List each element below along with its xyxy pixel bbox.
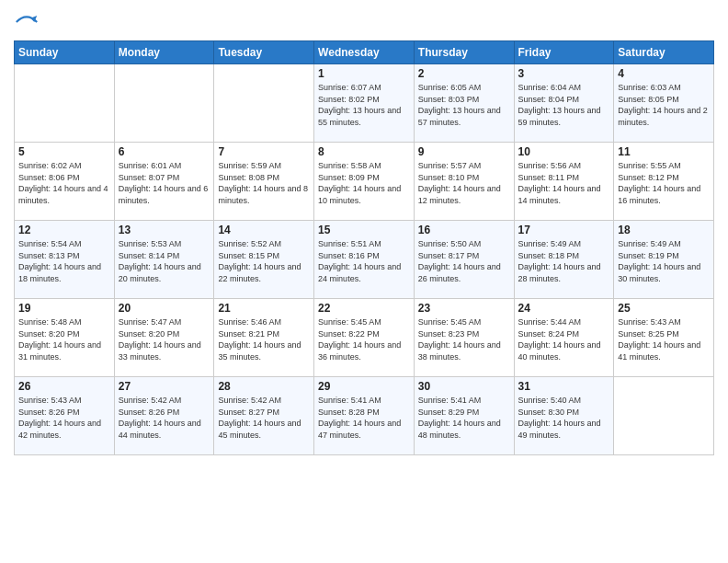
day-number: 2 <box>418 67 510 80</box>
calendar-cell: 8Sunrise: 5:58 AMSunset: 8:09 PMDaylight… <box>314 143 415 221</box>
day-info: Sunrise: 6:03 AMSunset: 8:05 PMDaylight:… <box>618 82 710 128</box>
calendar-cell: 9Sunrise: 5:57 AMSunset: 8:10 PMDaylight… <box>414 143 514 221</box>
day-number: 25 <box>618 302 710 315</box>
calendar-week-4: 19Sunrise: 5:48 AMSunset: 8:20 PMDayligh… <box>15 299 714 377</box>
day-number: 8 <box>318 145 410 158</box>
day-number: 15 <box>318 224 410 236</box>
day-info: Sunrise: 5:49 AMSunset: 8:19 PMDaylight:… <box>618 238 710 284</box>
day-info: Sunrise: 5:44 AMSunset: 8:24 PMDaylight:… <box>518 316 610 362</box>
day-info: Sunrise: 5:55 AMSunset: 8:12 PMDaylight:… <box>618 160 710 206</box>
calendar-cell: 15Sunrise: 5:51 AMSunset: 8:16 PMDayligh… <box>314 221 415 299</box>
calendar-cell: 26Sunrise: 5:43 AMSunset: 8:26 PMDayligh… <box>15 377 115 455</box>
day-info: Sunrise: 5:59 AMSunset: 8:08 PMDaylight:… <box>218 160 310 206</box>
day-number: 11 <box>618 145 710 158</box>
day-number: 5 <box>18 145 110 158</box>
calendar-cell: 3Sunrise: 6:04 AMSunset: 8:04 PMDaylight… <box>514 64 614 143</box>
calendar-cell <box>214 64 314 143</box>
day-number: 23 <box>418 302 510 315</box>
day-info: Sunrise: 6:01 AMSunset: 8:07 PMDaylight:… <box>119 160 210 206</box>
day-number: 21 <box>218 302 310 315</box>
day-info: Sunrise: 6:05 AMSunset: 8:03 PMDaylight:… <box>418 82 510 128</box>
day-number: 29 <box>318 380 410 393</box>
calendar-cell: 13Sunrise: 5:53 AMSunset: 8:14 PMDayligh… <box>114 221 214 299</box>
calendar-cell: 21Sunrise: 5:46 AMSunset: 8:21 PMDayligh… <box>214 299 314 377</box>
day-info: Sunrise: 5:46 AMSunset: 8:21 PMDaylight:… <box>218 316 310 362</box>
logo-icon <box>14 9 40 35</box>
day-info: Sunrise: 5:58 AMSunset: 8:09 PMDaylight:… <box>318 160 410 206</box>
day-number: 16 <box>418 224 510 236</box>
day-info: Sunrise: 5:52 AMSunset: 8:15 PMDaylight:… <box>218 238 310 284</box>
day-number: 20 <box>119 302 210 315</box>
day-info: Sunrise: 5:45 AMSunset: 8:22 PMDaylight:… <box>318 316 410 362</box>
day-number: 6 <box>119 145 210 158</box>
weekday-header-thursday: Thursday <box>414 41 514 64</box>
calendar-cell: 31Sunrise: 5:40 AMSunset: 8:30 PMDayligh… <box>514 377 614 455</box>
day-info: Sunrise: 6:02 AMSunset: 8:06 PMDaylight:… <box>18 160 110 206</box>
day-number: 18 <box>618 224 710 236</box>
header <box>14 9 714 35</box>
day-info: Sunrise: 5:43 AMSunset: 8:26 PMDaylight:… <box>18 395 110 441</box>
calendar-cell: 28Sunrise: 5:42 AMSunset: 8:27 PMDayligh… <box>214 377 314 455</box>
weekday-header-monday: Monday <box>114 41 214 64</box>
weekday-header-sunday: Sunday <box>15 41 115 64</box>
day-info: Sunrise: 5:49 AMSunset: 8:18 PMDaylight:… <box>518 238 610 284</box>
calendar-cell: 7Sunrise: 5:59 AMSunset: 8:08 PMDaylight… <box>214 143 314 221</box>
calendar-cell: 17Sunrise: 5:49 AMSunset: 8:18 PMDayligh… <box>514 221 614 299</box>
day-number: 26 <box>18 380 110 393</box>
calendar-cell: 12Sunrise: 5:54 AMSunset: 8:13 PMDayligh… <box>15 221 115 299</box>
day-info: Sunrise: 6:07 AMSunset: 8:02 PMDaylight:… <box>318 82 410 128</box>
calendar-cell: 20Sunrise: 5:47 AMSunset: 8:20 PMDayligh… <box>114 299 214 377</box>
calendar-cell: 2Sunrise: 6:05 AMSunset: 8:03 PMDaylight… <box>414 64 514 143</box>
calendar-header: SundayMondayTuesdayWednesdayThursdayFrid… <box>15 41 714 64</box>
day-number: 14 <box>218 224 310 236</box>
calendar-cell: 1Sunrise: 6:07 AMSunset: 8:02 PMDaylight… <box>314 64 415 143</box>
day-info: Sunrise: 5:57 AMSunset: 8:10 PMDaylight:… <box>418 160 510 206</box>
day-info: Sunrise: 5:43 AMSunset: 8:25 PMDaylight:… <box>618 316 710 362</box>
day-info: Sunrise: 5:48 AMSunset: 8:20 PMDaylight:… <box>18 316 110 362</box>
weekday-header-tuesday: Tuesday <box>214 41 314 64</box>
day-number: 9 <box>418 145 510 158</box>
calendar-cell: 24Sunrise: 5:44 AMSunset: 8:24 PMDayligh… <box>514 299 614 377</box>
day-number: 10 <box>518 145 610 158</box>
calendar-week-3: 12Sunrise: 5:54 AMSunset: 8:13 PMDayligh… <box>15 221 714 299</box>
day-number: 1 <box>318 67 410 80</box>
calendar-cell: 4Sunrise: 6:03 AMSunset: 8:05 PMDaylight… <box>614 64 714 143</box>
calendar-cell: 27Sunrise: 5:42 AMSunset: 8:26 PMDayligh… <box>114 377 214 455</box>
calendar-cell: 5Sunrise: 6:02 AMSunset: 8:06 PMDaylight… <box>15 143 115 221</box>
day-number: 4 <box>618 67 710 80</box>
calendar-week-5: 26Sunrise: 5:43 AMSunset: 8:26 PMDayligh… <box>15 377 714 455</box>
calendar-cell: 16Sunrise: 5:50 AMSunset: 8:17 PMDayligh… <box>414 221 514 299</box>
day-info: Sunrise: 5:56 AMSunset: 8:11 PMDaylight:… <box>518 160 610 206</box>
day-number: 19 <box>18 302 110 315</box>
day-info: Sunrise: 5:54 AMSunset: 8:13 PMDaylight:… <box>18 238 110 284</box>
calendar-cell: 23Sunrise: 5:45 AMSunset: 8:23 PMDayligh… <box>414 299 514 377</box>
day-info: Sunrise: 5:40 AMSunset: 8:30 PMDaylight:… <box>518 395 610 441</box>
calendar-body: 1Sunrise: 6:07 AMSunset: 8:02 PMDaylight… <box>15 64 714 455</box>
day-number: 31 <box>518 380 610 393</box>
day-info: Sunrise: 5:42 AMSunset: 8:27 PMDaylight:… <box>218 395 310 441</box>
day-info: Sunrise: 6:04 AMSunset: 8:04 PMDaylight:… <box>518 82 610 128</box>
weekday-header-wednesday: Wednesday <box>314 41 415 64</box>
day-number: 30 <box>418 380 510 393</box>
calendar-cell: 30Sunrise: 5:41 AMSunset: 8:29 PMDayligh… <box>414 377 514 455</box>
day-number: 7 <box>218 145 310 158</box>
weekday-header-friday: Friday <box>514 41 614 64</box>
calendar-cell <box>614 377 714 455</box>
day-info: Sunrise: 5:47 AMSunset: 8:20 PMDaylight:… <box>119 316 210 362</box>
calendar-cell: 22Sunrise: 5:45 AMSunset: 8:22 PMDayligh… <box>314 299 415 377</box>
day-number: 22 <box>318 302 410 315</box>
day-info: Sunrise: 5:41 AMSunset: 8:29 PMDaylight:… <box>418 395 510 441</box>
day-info: Sunrise: 5:41 AMSunset: 8:28 PMDaylight:… <box>318 395 410 441</box>
calendar-cell: 25Sunrise: 5:43 AMSunset: 8:25 PMDayligh… <box>614 299 714 377</box>
calendar-cell: 18Sunrise: 5:49 AMSunset: 8:19 PMDayligh… <box>614 221 714 299</box>
calendar-cell: 19Sunrise: 5:48 AMSunset: 8:20 PMDayligh… <box>15 299 115 377</box>
day-info: Sunrise: 5:51 AMSunset: 8:16 PMDaylight:… <box>318 238 410 284</box>
weekday-header-saturday: Saturday <box>614 41 714 64</box>
calendar-cell: 11Sunrise: 5:55 AMSunset: 8:12 PMDayligh… <box>614 143 714 221</box>
day-number: 12 <box>18 224 110 236</box>
calendar-table: SundayMondayTuesdayWednesdayThursdayFrid… <box>14 40 714 455</box>
calendar-cell: 6Sunrise: 6:01 AMSunset: 8:07 PMDaylight… <box>114 143 214 221</box>
day-number: 17 <box>518 224 610 236</box>
day-number: 24 <box>518 302 610 315</box>
calendar-cell: 14Sunrise: 5:52 AMSunset: 8:15 PMDayligh… <box>214 221 314 299</box>
